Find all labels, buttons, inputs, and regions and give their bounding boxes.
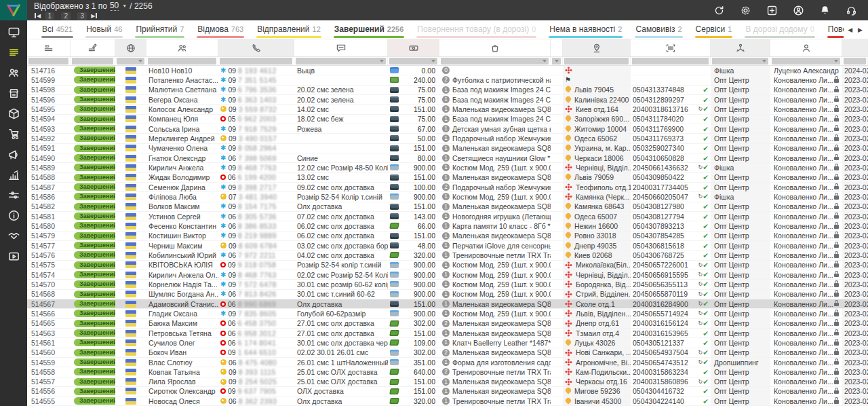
filter-input-payment[interactable] <box>389 58 437 64</box>
tab-Повернення товару (в дорозі)[interactable]: Повернення товару (в дорозі)0 <box>410 20 542 39</box>
filter-input-spacer[interactable] <box>552 58 561 64</box>
order-row-514560[interactable]: 514560ЗавершенийБокоч Иван091 644 651002… <box>27 348 868 358</box>
order-row-514716[interactable]: 514716ЗавершенийНов10 Нов10✱098 193 4612… <box>27 66 868 75</box>
tabs-scroll-right[interactable]: ▶ <box>858 26 863 33</box>
column-header-manager[interactable] <box>770 39 842 56</box>
tab-Відправлений[interactable]: Відправлений12 <box>250 20 328 39</box>
order-row-514599[interactable]: 514599ЗавершенийПотапенко Анастас...✱097… <box>27 75 868 85</box>
sidebar-item-shop[interactable] <box>7 87 20 100</box>
page-button-2[interactable]: 2 <box>61 12 71 20</box>
column-header-source[interactable] <box>711 39 770 56</box>
page-button-3[interactable]: 3 <box>77 12 87 20</box>
order-row-514588[interactable]: 514588ЗавершенийЖидак Володимир066 199 4… <box>27 173 868 183</box>
order-row-514563[interactable]: 514563ЗавершенийПетровська Тетяна066 958… <box>27 329 868 338</box>
order-row-514598[interactable]: 514598ЗавершенийМалютина Светлана✱096 79… <box>27 86 868 95</box>
order-row-514556[interactable]: 514556ЗавершенийСиротюк Олександр099 637… <box>27 387 868 396</box>
filter-input-id[interactable] <box>28 58 68 64</box>
tab-Новый[interactable]: Новый46 <box>79 20 129 39</box>
order-row-514559[interactable]: 514559ЗавершенийВлас Слотюу068 475 40802… <box>27 358 868 367</box>
order-row-514555[interactable]: 514555ЗавершенийНовосад Олеся068 362 239… <box>27 396 868 406</box>
order-row-514596[interactable]: 514596ЗавершенийВегера Оксана✱096 363 14… <box>27 95 868 105</box>
order-row-514593[interactable]: 514593ЗавершенийСольська Ірина✱097 918 7… <box>27 124 868 134</box>
filter-input-comment[interactable] <box>296 58 386 64</box>
tab-В дорозі додому[interactable]: В дорозі додому0 <box>738 20 821 39</box>
sidebar-item-settings[interactable] <box>7 189 20 202</box>
sidebar-item-products[interactable] <box>7 107 20 120</box>
order-row-514565[interactable]: 514565ЗавершенийБаюка Максим066 458 3750… <box>27 319 868 329</box>
filter-input-client[interactable] <box>148 58 216 64</box>
tab-Нема в наявності[interactable]: Нема в наявності2 <box>542 20 629 39</box>
tab-Самовивіз[interactable]: Самовивіз2 <box>629 20 688 39</box>
order-row-514558[interactable]: 514558ЗавершенийКовпак Татьяна098 393 11… <box>27 367 868 377</box>
column-header-client[interactable] <box>146 39 218 56</box>
order-row-514566[interactable]: 514566ЗавершенийГладик Оксана✱097 835 86… <box>27 309 868 318</box>
column-header-location[interactable] <box>563 39 631 56</box>
column-header-date[interactable] <box>842 39 868 56</box>
column-header-phone[interactable] <box>218 39 294 56</box>
gear-icon[interactable] <box>740 5 751 16</box>
order-row-514561[interactable]: 514561ЗавершенийСучилов Олег066 174 8041… <box>27 338 868 348</box>
order-row-514579[interactable]: 514579ЗавершенийКостишин Виктор✱098 219 … <box>27 232 868 241</box>
column-header-spacer[interactable] <box>551 39 563 56</box>
order-row-514591[interactable]: 514591ЗавершенийЧумаченко Олена✱098 058 … <box>27 144 868 153</box>
order-row-514576[interactable]: 514576ЗавершенийКобилинський Юрий✱067 97… <box>27 251 868 260</box>
filter-input-source[interactable] <box>712 58 768 64</box>
sidebar-item-dashboard[interactable] <box>7 26 20 39</box>
sidebar-item-tutorials[interactable] <box>7 250 20 263</box>
order-row-514587[interactable]: 514587ЗавершенийСеменюк Дарина✱098 398 2… <box>27 183 868 192</box>
sidebar-item-partners[interactable] <box>7 229 20 242</box>
sidebar-item-info[interactable] <box>7 209 20 222</box>
order-row-514568[interactable]: 514568ЗавершенийШумляс Богдана Ан...✱067… <box>27 290 868 299</box>
order-row-514575[interactable]: 514575ЗавершенийКВІТОВСЬКА ЮЛІЯ099 318 0… <box>27 261 868 270</box>
order-row-514589[interactable]: 514589ЗавершенийКирилич Анжела✱098 468 7… <box>27 163 868 172</box>
sidebar-item-clients[interactable] <box>7 67 20 79</box>
column-header-id[interactable]: ID <box>27 39 71 56</box>
page-button-1[interactable]: 1 <box>45 12 54 20</box>
order-row-514586[interactable]: 514586ЗавершенийФіліпова Люба073 481 394… <box>27 192 868 202</box>
filter-input-location[interactable] <box>564 58 629 64</box>
filter-input-manager[interactable] <box>772 58 840 64</box>
per-page-select[interactable]: 50 <box>110 1 119 11</box>
order-row-514582[interactable]: 514582ЗавершенийВолков Максим✱098 154 71… <box>27 202 868 212</box>
sidebar-item-statistics[interactable] <box>7 168 20 181</box>
tab-Прийнятий[interactable]: Прийнятий7 <box>129 20 191 39</box>
filter-input-country[interactable] <box>117 58 144 64</box>
plus-square-icon[interactable] <box>766 5 778 16</box>
order-row-514590[interactable]: 514590ЗавершенийГнатюк Олексндр✱067 398 … <box>27 153 868 163</box>
bell-icon[interactable] <box>819 5 831 16</box>
order-row-514580[interactable]: 514580ЗавершенийФесенко Константин✱068 3… <box>27 221 868 231</box>
order-row-514594[interactable]: 514594ЗавершенийКомпанец Юля050 962 2003… <box>27 115 868 124</box>
tabs-scroll-left[interactable]: ◀ <box>848 26 852 33</box>
order-row-514567[interactable]: 514567ЗавершенийАдамовский Станис...068 … <box>27 299 868 309</box>
filter-input-date[interactable] <box>844 58 866 64</box>
order-row-514574[interactable]: 514574ЗавершенийКирилич Анжела Ол...✱098… <box>27 270 868 280</box>
user-icon[interactable] <box>793 5 804 16</box>
order-row-514557[interactable]: 514557ЗавершенийЛила Ярослав098 254 5025… <box>27 377 868 387</box>
tab-Сервіси[interactable]: Сервіси1 <box>689 20 739 39</box>
filter-input-phone[interactable] <box>220 58 292 64</box>
refresh-icon[interactable] <box>713 5 725 16</box>
tab-Відмова[interactable]: Відмова763 <box>191 20 250 39</box>
column-header-country[interactable] <box>115 39 146 56</box>
app-logo[interactable] <box>0 0 27 20</box>
tab-Всі[interactable]: Всі4521 <box>35 20 79 39</box>
order-row-514577[interactable]: 514577ЗавершенийЧерниш Максим098 609 678… <box>27 241 868 251</box>
sidebar-item-orders[interactable] <box>7 46 20 59</box>
first-page-button[interactable]: ◀ <box>34 13 41 19</box>
tab-Завершений[interactable]: Завершений2256 <box>328 20 411 39</box>
column-header-tracking[interactable] <box>631 39 711 56</box>
order-row-514581[interactable]: 514581ЗавершенийУстинов Сергей✱068 305 5… <box>27 212 868 221</box>
filter-input-status[interactable] <box>72 58 113 64</box>
filter-input-tracking[interactable] <box>632 58 709 64</box>
column-header-comment[interactable] <box>294 39 388 56</box>
order-row-514592[interactable]: 514592ЗавершенийМерклингер Андрей093 490… <box>27 134 868 143</box>
column-header-status[interactable] <box>71 39 115 56</box>
order-row-514595[interactable]: 514595ЗавершенийКолосок Александр093 559… <box>27 105 868 114</box>
column-header-product[interactable] <box>439 39 551 56</box>
headset-icon[interactable] <box>846 5 857 16</box>
last-page-button[interactable]: ▶ <box>91 13 98 19</box>
order-row-514570[interactable]: 514570ЗавершенийКорнелюк Надія Та...✱097… <box>27 280 868 289</box>
column-header-payment[interactable] <box>388 39 439 56</box>
sidebar-item-marketing[interactable] <box>7 148 20 161</box>
sidebar-item-supply[interactable] <box>7 128 20 141</box>
